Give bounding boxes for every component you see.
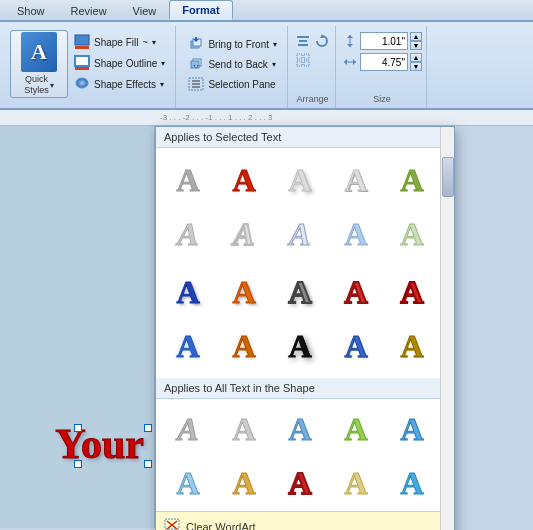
send-to-back-button[interactable]: Send to Back ▾ [184, 54, 279, 74]
bring-to-front-button[interactable]: Bring to Front ▾ [184, 34, 281, 54]
style-item[interactable]: A [386, 457, 438, 509]
svg-rect-21 [297, 61, 302, 66]
slide-panel: Your [0, 126, 155, 528]
svg-rect-15 [297, 36, 309, 38]
height-spinner[interactable]: ▲ ▼ [410, 32, 422, 50]
style-item[interactable]: A [386, 320, 438, 372]
tab-bar: Show Review View Format [0, 0, 533, 22]
styles-grid-3: A A A A A A A A A A [156, 399, 454, 511]
style-item[interactable]: A [274, 208, 326, 260]
width-spinner[interactable]: ▲ ▼ [410, 53, 422, 71]
style-item[interactable]: A [330, 208, 382, 260]
svg-marker-28 [353, 59, 356, 65]
style-item[interactable]: A [274, 403, 326, 455]
style-item[interactable]: A [218, 266, 270, 318]
style-item[interactable]: A [330, 403, 382, 455]
style-item[interactable]: A [274, 320, 326, 372]
style-item[interactable]: A [330, 154, 382, 206]
style-item[interactable]: A [218, 320, 270, 372]
arrange-label: Arrange [294, 94, 331, 106]
width-icon [342, 54, 358, 70]
style-item[interactable]: A [162, 208, 214, 260]
size-label: Size [342, 94, 422, 106]
style-item[interactable]: A [162, 457, 214, 509]
ruler: -3 . . . -2 . . . -1 . . . 1 . . . 2 . .… [0, 110, 533, 126]
tab-show[interactable]: Show [4, 0, 58, 20]
style-item[interactable]: A [386, 266, 438, 318]
svg-rect-29 [165, 519, 179, 529]
dropdown-scrollbar[interactable] [440, 127, 454, 530]
height-down[interactable]: ▼ [410, 41, 422, 50]
svg-rect-0 [75, 35, 89, 45]
selection-handle-ml[interactable] [74, 460, 82, 468]
style-item[interactable]: A [218, 403, 270, 455]
clear-wordart-label: Clear WordArt [186, 521, 255, 530]
height-input[interactable] [360, 32, 408, 50]
style-item[interactable]: A [386, 154, 438, 206]
bring-to-front-icon [188, 36, 204, 52]
style-item[interactable]: A [274, 457, 326, 509]
quick-styles-button[interactable]: A Quick Styles ▾ [10, 30, 68, 98]
style-item[interactable]: A [162, 266, 214, 318]
arrange-group: Bring to Front ▾ Send to Back ▾ [178, 26, 288, 108]
height-up[interactable]: ▲ [410, 32, 422, 41]
shape-effects-button[interactable]: Shape Effects ▾ [70, 74, 169, 94]
align-button[interactable] [294, 32, 312, 50]
svg-rect-16 [299, 40, 307, 42]
tab-format[interactable]: Format [169, 0, 232, 20]
height-row: ▲ ▼ [342, 32, 422, 50]
shape-format-group: Shape Fill ~ ▾ Shape Outline ▾ [70, 32, 169, 94]
selection-handle-tr[interactable] [144, 424, 152, 432]
selection-pane-button[interactable]: Selection Pane [184, 74, 279, 94]
quick-styles-icon: A [21, 32, 57, 72]
clear-wordart-button[interactable]: Clear WordArt [156, 511, 454, 530]
style-item[interactable]: A [274, 154, 326, 206]
style-item[interactable]: A [386, 208, 438, 260]
size-group: ▲ ▼ ▲ ▼ Size [338, 26, 427, 108]
selection-handle-mr[interactable] [144, 460, 152, 468]
svg-marker-25 [347, 44, 353, 47]
scroll-thumb[interactable] [442, 157, 454, 197]
svg-marker-24 [347, 35, 353, 38]
svg-rect-17 [298, 44, 308, 46]
section1-header: Applies to Selected Text [156, 127, 454, 148]
tab-review[interactable]: Review [58, 0, 120, 20]
style-item[interactable]: A [218, 154, 270, 206]
style-item[interactable]: A [162, 403, 214, 455]
styles-grid-1: A A A A A A A A A A [156, 148, 454, 266]
width-input[interactable] [360, 53, 408, 71]
ruler-ticks: -3 . . . -2 . . . -1 . . . 1 . . . 2 . .… [160, 113, 272, 122]
quick-styles-label: Quick Styles ▾ [24, 74, 54, 96]
rotate-button[interactable] [313, 32, 331, 50]
style-item[interactable]: A [162, 154, 214, 206]
selection-pane-icon [188, 76, 204, 92]
tab-view[interactable]: View [120, 0, 170, 20]
svg-rect-1 [75, 46, 89, 49]
wordart-text: Your [55, 420, 144, 468]
styles-grid-2: A A A A A A A A A A [156, 266, 454, 378]
style-item[interactable]: A [218, 208, 270, 260]
section2-header: Applies to All Text in the Shape [156, 378, 454, 399]
style-item[interactable]: A [274, 266, 326, 318]
style-item[interactable]: A [330, 266, 382, 318]
style-item[interactable]: A [218, 457, 270, 509]
svg-marker-27 [344, 59, 347, 65]
svg-rect-22 [304, 61, 309, 66]
style-item[interactable]: A [330, 320, 382, 372]
shape-fill-button[interactable]: Shape Fill ~ ▾ [70, 32, 169, 52]
group-button[interactable] [294, 51, 312, 69]
width-up[interactable]: ▲ [410, 53, 422, 62]
ribbon: A Quick Styles ▾ Shape Fill ~ ▾ [0, 22, 533, 110]
style-item[interactable]: A [330, 457, 382, 509]
selection-handle-tl[interactable] [74, 424, 82, 432]
shape-effects-icon [74, 76, 90, 92]
width-down[interactable]: ▼ [410, 62, 422, 71]
style-item[interactable]: A [162, 320, 214, 372]
shape-outline-button[interactable]: Shape Outline ▾ [70, 53, 169, 73]
style-item[interactable]: A [386, 403, 438, 455]
svg-point-4 [76, 78, 88, 88]
svg-rect-3 [75, 67, 89, 70]
svg-rect-19 [297, 54, 302, 59]
svg-rect-20 [304, 54, 309, 59]
main-area: Your Applies to Selected Text A A A A A … [0, 126, 533, 528]
